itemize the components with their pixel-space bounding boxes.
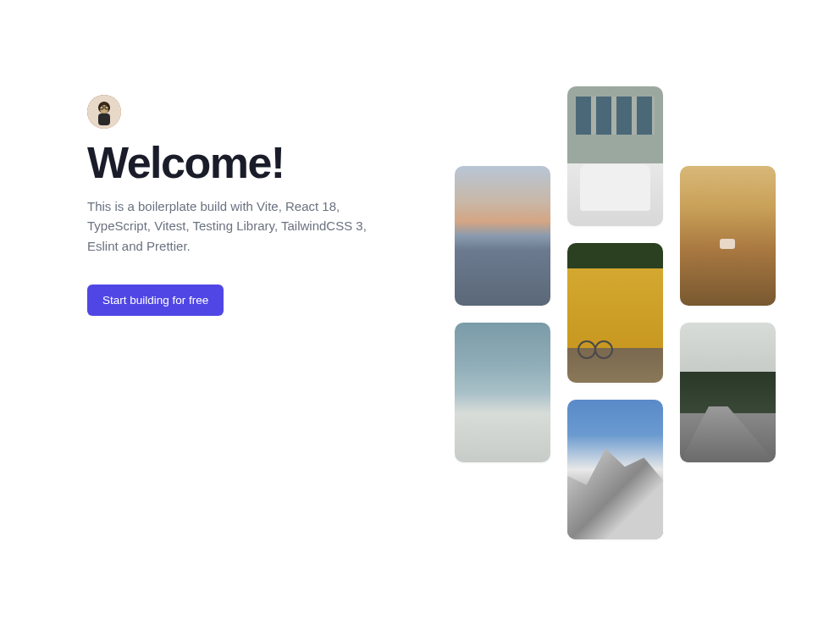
image-gallery (455, 86, 776, 539)
start-building-button[interactable]: Start building for free (87, 285, 224, 316)
gallery-image-building-car (567, 86, 663, 226)
gallery-image-sky-clouds (455, 323, 550, 462)
gallery-image-ocean-sunset (455, 166, 550, 306)
gallery-image-yellow-wall-bicycle (567, 243, 663, 383)
gallery-image-desert-car (680, 166, 776, 306)
avatar (87, 95, 121, 129)
svg-rect-2 (98, 113, 110, 125)
gallery-image-forest-road (680, 323, 776, 462)
page-heading: Welcome! (87, 141, 406, 185)
gallery-image-snow-mountains (567, 400, 663, 539)
page-description: This is a boilerplate build with Vite, R… (87, 196, 367, 256)
